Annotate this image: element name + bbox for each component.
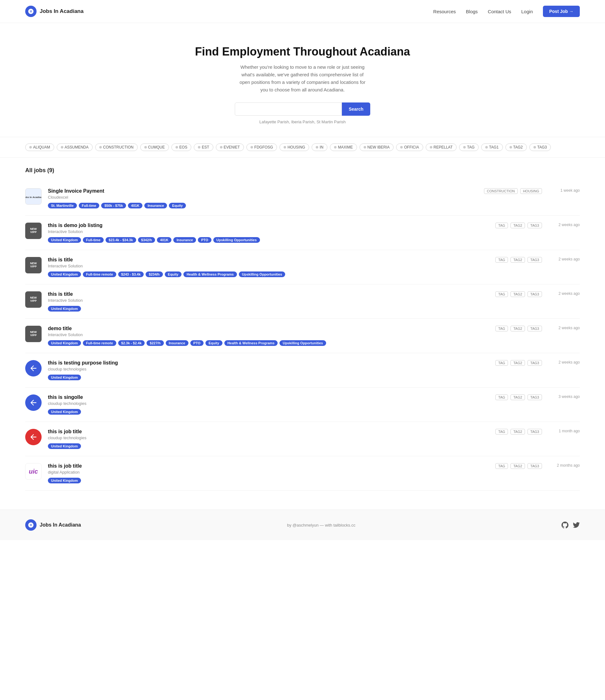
filter-tag[interactable]: REPELLAT [426, 144, 456, 151]
job-company: Interactive Solution [48, 229, 489, 234]
tag-dot [485, 146, 488, 149]
job-badge: Health & Wellness Programs [225, 340, 278, 346]
job-time: 2 weeks ago [548, 223, 580, 227]
job-company: cloudup technologies [48, 367, 489, 371]
filter-tag[interactable]: TAG2 [505, 144, 527, 151]
search-input[interactable] [235, 102, 342, 116]
job-badges: United Kingdom [48, 478, 489, 483]
job-category-tags: TAGTAG2TAG3 [495, 395, 542, 400]
tag-dot [176, 146, 178, 149]
category-tag: TAG2 [510, 291, 525, 297]
nav-blogs[interactable]: Blogs [466, 9, 478, 14]
job-badge: Equity [169, 203, 186, 208]
job-company: digital Application [48, 470, 489, 475]
jobs-list: Single Invoice PaymentCloudexcelSt. Mart… [25, 181, 580, 491]
filter-tag[interactable]: FDGFOSG [246, 144, 277, 151]
footer-logo [25, 519, 36, 531]
category-tag: TAG3 [527, 463, 542, 469]
category-tag: TAG3 [527, 429, 542, 434]
job-category-tags: TAGTAG2TAG3 [495, 257, 542, 262]
job-badge: 401K [128, 203, 142, 208]
brand: Jobs In Acadiana [25, 6, 83, 17]
nav-login[interactable]: Login [521, 9, 533, 14]
job-card[interactable]: this is singollecloudup technologiesUnit… [25, 388, 580, 422]
category-tag: TAG [495, 291, 508, 297]
tag-dot [251, 146, 253, 149]
category-tag: TAG2 [510, 360, 525, 366]
tag-dot [220, 146, 222, 149]
job-title: this is singolle [48, 395, 489, 400]
job-title: this is title [48, 291, 489, 297]
filter-tag[interactable]: NEW IBERIA [360, 144, 394, 151]
job-logo [25, 429, 42, 445]
category-tag: HOUSING [520, 188, 542, 194]
job-card[interactable]: uicthis is job titledigital ApplicationU… [25, 456, 580, 491]
filter-tag[interactable]: EVENIET [216, 144, 244, 151]
job-main: this is job titlecloudup technologiesUni… [48, 429, 489, 449]
job-badge: PTO [198, 237, 211, 243]
logo-icon [28, 8, 34, 15]
job-logo: NEWVIPP [25, 291, 42, 308]
filter-tag[interactable]: ASSUMENDA [57, 144, 93, 151]
job-card[interactable]: NEWVIPPthis is titleInteractive Solution… [25, 284, 580, 319]
job-main: this is demo job listingInteractive Solu… [48, 223, 489, 243]
nav-contact[interactable]: Contact Us [488, 9, 511, 14]
job-logo [25, 395, 42, 411]
job-badges: United KingdomFull-time remote$243 - $3.… [48, 272, 489, 277]
job-badge: $23.4k - $34.3k [106, 237, 136, 243]
search-bar: Search [6, 102, 599, 116]
category-tag: TAG3 [527, 291, 542, 297]
job-card[interactable]: NEWVIPPdemo titleInteractive SolutionUni… [25, 319, 580, 353]
job-badge: Upskilling Opportunities [213, 237, 260, 243]
job-main: demo titleInteractive SolutionUnited Kin… [48, 326, 489, 346]
filter-tag[interactable]: TAG [459, 144, 479, 151]
filter-tags-section: ALIQUAMASSUMENDACONSTRUCTIONCUMQUEEOSEST… [0, 137, 605, 158]
search-button[interactable]: Search [342, 102, 371, 116]
job-badge: United Kingdom [48, 272, 81, 277]
job-badge: 401K [157, 237, 172, 243]
filter-tag[interactable]: IN [312, 144, 327, 151]
twitter-icon[interactable] [573, 522, 580, 528]
job-badge: St. Martinville [48, 203, 77, 208]
job-badge: $243 - $3.4k [118, 272, 144, 277]
post-job-button[interactable]: Post Job → [543, 6, 580, 17]
job-right: TAGTAG2TAG32 months ago [495, 463, 580, 469]
job-badge: United Kingdom [48, 237, 81, 243]
github-icon[interactable] [561, 522, 569, 528]
job-badges: United Kingdom [48, 443, 489, 449]
job-right: TAGTAG2TAG32 weeks ago [495, 291, 580, 297]
category-tag: CONSTRUCTION [484, 188, 518, 194]
job-category-tags: CONSTRUCTIONHOUSING [484, 188, 542, 194]
job-badges: United KingdomFull-time remote$2.3k - $2… [48, 340, 489, 346]
job-card[interactable]: NEWVIPPthis is titleInteractive Solution… [25, 250, 580, 284]
job-card[interactable]: this is job titlecloudup technologiesUni… [25, 422, 580, 456]
job-card[interactable]: Single Invoice PaymentCloudexcelSt. Mart… [25, 181, 580, 216]
filter-tag[interactable]: ALIQUAM [25, 144, 54, 151]
job-badge: Upskilling Opportunities [280, 340, 326, 346]
filter-tag[interactable]: TAG1 [481, 144, 503, 151]
filter-tag[interactable]: EOS [172, 144, 191, 151]
filter-tag[interactable]: MAXIME [330, 144, 357, 151]
tag-dot [334, 146, 337, 149]
tag-dot [509, 146, 512, 149]
hero-section: Find Employment Throughout Acadiana Whet… [0, 23, 605, 137]
nav-resources[interactable]: Resources [433, 9, 456, 14]
filter-tag[interactable]: OFFICIA [396, 144, 423, 151]
filter-tag[interactable]: EST [194, 144, 213, 151]
filter-tag[interactable]: CUMQUE [140, 144, 169, 151]
job-company: cloudup technologies [48, 401, 489, 406]
job-logo: NEWVIPP [25, 223, 42, 239]
category-tag: TAG [495, 257, 508, 262]
job-card[interactable]: this is testing purpose listingcloudup t… [25, 353, 580, 388]
tag-dot [316, 146, 318, 149]
tag-dot [284, 146, 286, 149]
job-time: 2 weeks ago [548, 257, 580, 261]
job-card[interactable]: NEWVIPPthis is demo job listingInteracti… [25, 216, 580, 250]
filter-tag[interactable]: HOUSING [280, 144, 309, 151]
filter-tag[interactable]: TAG3 [529, 144, 551, 151]
filter-tag[interactable]: CONSTRUCTION [95, 144, 138, 151]
category-tag: TAG3 [527, 395, 542, 400]
job-badges: St. MartinvilleFull-time$50k - $75k401KI… [48, 203, 478, 208]
footer-credit: by @aschmelyun — with tailblocks.cc [287, 523, 356, 527]
job-logo: uic [25, 463, 42, 480]
